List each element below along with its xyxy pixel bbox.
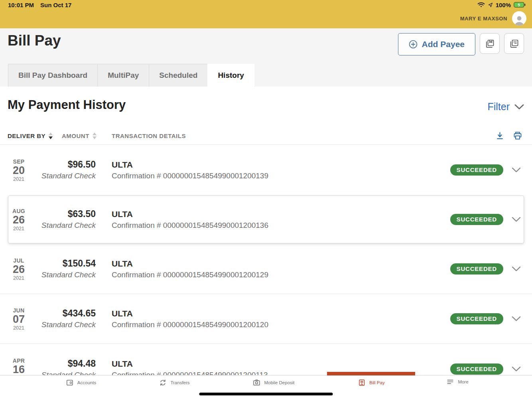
card-icon xyxy=(66,379,74,387)
payment-row[interactable]: AUG 26 2021 $63.50 Standard Check ULTA C… xyxy=(0,195,532,244)
confirmation-number: Confirmation # 0000000154854990001200129 xyxy=(112,269,268,280)
documents-button[interactable] xyxy=(504,33,524,54)
payee-name: ULTA xyxy=(112,257,268,269)
tab-multipay[interactable]: MultiPay xyxy=(97,64,149,87)
clock-time: 10:01 PM xyxy=(8,2,34,8)
camera-icon xyxy=(252,379,260,387)
status-bar: 10:01 PM Sun Oct 17 100% xyxy=(0,0,532,10)
user-name: MARY E MAXSON xyxy=(460,16,507,22)
filter-label: Filter xyxy=(487,101,510,113)
sort-arrows-icon xyxy=(93,132,97,139)
nav-mobile-deposit[interactable]: Mobile Deposit xyxy=(252,379,294,387)
payment-amount: $94.48 xyxy=(32,358,96,369)
payment-method: Standard Check xyxy=(32,220,96,231)
filter-button[interactable]: Filter xyxy=(487,101,524,113)
nav-accounts[interactable]: Accounts xyxy=(66,379,96,387)
payee-name: ULTA xyxy=(112,208,268,220)
transfer-arrows-icon xyxy=(159,379,167,387)
payment-row[interactable]: JUN 07 2021 $434.65 Standard Check ULTA … xyxy=(0,294,532,344)
payment-rows: SEP 20 2021 $96.50 Standard Check ULTA C… xyxy=(0,145,532,394)
battery-percent: 100% xyxy=(496,2,511,8)
nav-transfers[interactable]: Transfers xyxy=(159,379,189,387)
payment-row[interactable]: JUL 26 2021 $150.54 Standard Check ULTA … xyxy=(0,244,532,294)
payees-book-icon xyxy=(485,38,495,49)
plus-circle-icon xyxy=(409,40,418,49)
print-icon[interactable] xyxy=(513,131,522,140)
tab-history[interactable]: History xyxy=(207,64,254,87)
section-title: My Payment History xyxy=(8,98,126,112)
column-transaction-details: TRANSACTION DETAILS xyxy=(112,126,186,145)
payment-amount: $434.65 xyxy=(32,308,96,319)
confirmation-number: Confirmation # 0000000154854990001200120 xyxy=(112,319,268,330)
sort-deliver-by[interactable]: DELIVER BY xyxy=(8,126,53,145)
page-title: Bill Pay xyxy=(8,32,61,49)
status-badge: SUCCEEDED xyxy=(450,263,503,275)
tab-bill-pay-dashboard[interactable]: Bill Pay Dashboard xyxy=(8,64,98,87)
payment-method: Standard Check xyxy=(32,269,96,280)
home-indicator[interactable] xyxy=(199,393,333,395)
clock-date: Sun Oct 17 xyxy=(40,2,71,8)
status-badge: SUCCEEDED xyxy=(450,313,503,324)
download-icon[interactable] xyxy=(495,131,504,140)
deliver-date: AUG 26 2021 xyxy=(10,208,28,231)
active-tab-indicator xyxy=(327,372,415,375)
status-badge: SUCCEEDED xyxy=(450,214,503,225)
chevron-down-icon xyxy=(514,104,524,110)
more-lines-icon xyxy=(446,379,454,385)
tab-bar: Bill Pay Dashboard MultiPay Scheduled Hi… xyxy=(8,64,254,87)
chevron-down-icon[interactable] xyxy=(512,167,521,173)
payee-name: ULTA xyxy=(112,358,268,369)
payment-method: Standard Check xyxy=(32,170,96,182)
status-badge: SUCCEEDED xyxy=(450,164,503,176)
deliver-date: JUN 07 2021 xyxy=(10,307,28,331)
sort-arrows-icon xyxy=(49,132,53,139)
chevron-down-icon[interactable] xyxy=(512,366,521,372)
sort-amount[interactable]: AMOUNT xyxy=(62,126,97,145)
bill-receipt-icon xyxy=(358,379,366,387)
payee-name: ULTA xyxy=(112,308,268,319)
bottom-nav: Accounts Transfers Mobile Deposit Bill P… xyxy=(0,375,532,399)
add-payee-button[interactable]: Add Payee xyxy=(398,33,475,55)
chevron-down-icon[interactable] xyxy=(512,316,521,322)
payment-amount: $96.50 xyxy=(32,159,96,170)
history-panel: My Payment History Filter DELIVER BY AMO… xyxy=(0,87,532,399)
payment-amount: $150.54 xyxy=(32,257,96,269)
status-badge: SUCCEEDED xyxy=(450,363,503,375)
payees-book-button[interactable] xyxy=(480,33,500,54)
deliver-date: JUL 26 2021 xyxy=(10,257,28,280)
location-icon xyxy=(488,2,493,8)
confirmation-number: Confirmation # 0000000154854990001200139 xyxy=(112,170,268,182)
top-band: 10:01 PM Sun Oct 17 100% MARY E MAXSON xyxy=(0,0,532,28)
payment-row[interactable]: SEP 20 2021 $96.50 Standard Check ULTA C… xyxy=(0,145,532,195)
chevron-down-icon[interactable] xyxy=(512,266,521,272)
tab-scheduled[interactable]: Scheduled xyxy=(149,64,208,87)
payment-method: Standard Check xyxy=(32,319,96,330)
nav-bill-pay[interactable]: Bill Pay xyxy=(358,379,384,387)
confirmation-number: Confirmation # 0000000154854990001200136 xyxy=(112,220,268,231)
page-header: Bill Pay Add Payee Bill Pay Dashboard Mu… xyxy=(0,28,532,87)
avatar[interactable] xyxy=(512,11,526,26)
table-header: DELIVER BY AMOUNT TRANSACTION DETAILS xyxy=(0,126,532,145)
nav-more[interactable]: More xyxy=(446,379,468,385)
wifi-icon xyxy=(477,2,485,8)
deliver-date: SEP 20 2021 xyxy=(10,158,28,182)
chevron-down-icon[interactable] xyxy=(512,217,521,222)
payment-amount: $63.50 xyxy=(32,208,96,220)
documents-icon xyxy=(509,38,520,49)
battery-charging-icon xyxy=(514,2,526,8)
payee-name: ULTA xyxy=(112,159,268,170)
